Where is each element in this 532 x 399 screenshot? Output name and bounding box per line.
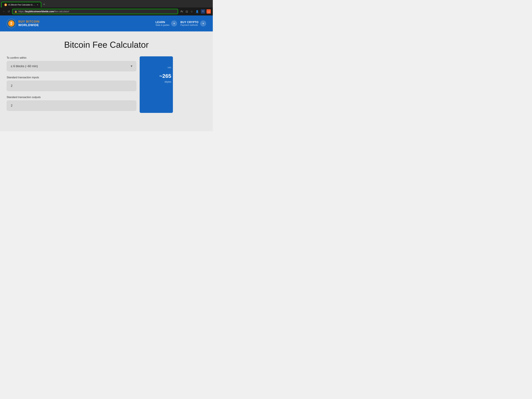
site-nav: LEARN Stats & guides ▾ BUY CRYPTO Paymen… — [155, 20, 206, 26]
logo-line2: WORLDWIDE — [18, 23, 40, 27]
browser-tabs-bar: ₿ #1 Bitcoin Fee Calculator & Estin × + — [0, 0, 213, 7]
nav-buttons: ← ↺ — [2, 9, 11, 14]
confirm-within-group: To confirm within ≤ 6 blocks (~60 min) ▼ — [7, 56, 136, 71]
confirm-select[interactable]: ≤ 6 blocks (~60 min) — [7, 61, 136, 71]
tab-close-button[interactable]: × — [37, 4, 38, 6]
buy-crypto-nav-label: BUY CRYPTO — [180, 21, 198, 24]
learn-nav-item[interactable]: LEARN Stats & guides ▾ — [155, 20, 177, 26]
address-bar-container[interactable]: 🔒 https://buybitcoinworldwide.com/fee-ca… — [12, 9, 178, 14]
brave-browser-icon[interactable]: 🦊 — [207, 9, 211, 14]
reader-view-icon[interactable]: ⊡ — [185, 9, 189, 14]
buy-crypto-nav-text: BUY CRYPTO Payment methods — [180, 21, 198, 26]
profile-icon[interactable]: 👤 — [195, 9, 200, 14]
page-title: Bitcoin Fee Calculator — [7, 40, 206, 50]
browser-toolbar: ← ↺ 🔒 https://buybitcoinworldwide.com/fe… — [0, 7, 213, 15]
bitcoin-globe-logo: ₿ — [7, 19, 16, 28]
logo-text: BUY BITCOIN WORLDWIDE — [18, 20, 40, 27]
confirm-label: To confirm within — [7, 56, 136, 59]
confirm-select-wrapper: ≤ 6 blocks (~60 min) ▼ — [7, 61, 136, 71]
result-sats-label: sats — [168, 66, 171, 69]
toolbar-right-icons: A⦑ ⊡ ☆ 👤 🛡 🦊 — [180, 9, 211, 14]
main-content: Bitcoin Fee Calculator To confirm within… — [0, 32, 213, 131]
result-vbytes-value: ~265 — [159, 73, 171, 79]
buy-crypto-nav-item[interactable]: BUY CRYPTO Payment methods ▾ — [180, 20, 206, 26]
back-button[interactable]: ← — [2, 9, 6, 14]
address-domain: buybitcoinworldwide.com — [25, 10, 54, 13]
active-tab[interactable]: ₿ #1 Bitcoin Fee Calculator & Estin × — [1, 2, 41, 7]
learn-dropdown-button[interactable]: ▾ — [171, 20, 177, 26]
bitcoin-symbol: ₿ — [8, 20, 14, 27]
bookmark-icon[interactable]: ☆ — [190, 9, 194, 14]
site-header: ₿ BUY BITCOIN WORLDWIDE LEARN Stats & gu… — [0, 15, 213, 32]
address-protocol: https:// — [19, 10, 25, 13]
learn-nav-label: LEARN — [155, 21, 165, 24]
read-aloud-icon[interactable]: A⦑ — [180, 9, 184, 14]
outputs-field[interactable] — [7, 101, 136, 111]
new-tab-button[interactable]: + — [41, 1, 47, 7]
result-panel: sats ~265 vbytes — [140, 56, 173, 113]
calculator-form: To confirm within ≤ 6 blocks (~60 min) ▼… — [7, 56, 136, 115]
calculator-layout: To confirm within ≤ 6 blocks (~60 min) ▼… — [7, 56, 206, 115]
learn-nav-text: LEARN Stats & guides — [155, 21, 169, 26]
inputs-field[interactable] — [7, 81, 136, 91]
learn-nav-sublabel: Stats & guides — [155, 24, 169, 26]
buy-crypto-dropdown-button[interactable]: ▾ — [200, 20, 206, 26]
inputs-group: Standard transaction inputs — [7, 76, 136, 91]
address-path: /fee-calculator/ — [54, 10, 69, 13]
buy-crypto-nav-sublabel: Payment methods — [180, 24, 198, 26]
result-vbytes-unit: vbytes — [165, 81, 171, 83]
site-logo[interactable]: ₿ BUY BITCOIN WORLDWIDE — [7, 19, 40, 28]
tab-favicon: ₿ — [4, 4, 7, 6]
refresh-button[interactable]: ↺ — [7, 9, 11, 14]
shield-extension-icon[interactable]: 🛡 — [201, 9, 205, 14]
address-bar[interactable]: https://buybitcoinworldwide.com/fee-calc… — [19, 10, 176, 13]
outputs-label: Standard transaction outputs — [7, 96, 136, 99]
tab-title: #1 Bitcoin Fee Calculator & Estin — [8, 4, 36, 6]
browser-chrome: ₿ #1 Bitcoin Fee Calculator & Estin × + … — [0, 0, 213, 15]
logo-line1: BUY BITCOIN — [18, 20, 40, 23]
inputs-label: Standard transaction inputs — [7, 76, 136, 79]
outputs-group: Standard transaction outputs — [7, 96, 136, 111]
lock-icon: 🔒 — [14, 10, 17, 13]
